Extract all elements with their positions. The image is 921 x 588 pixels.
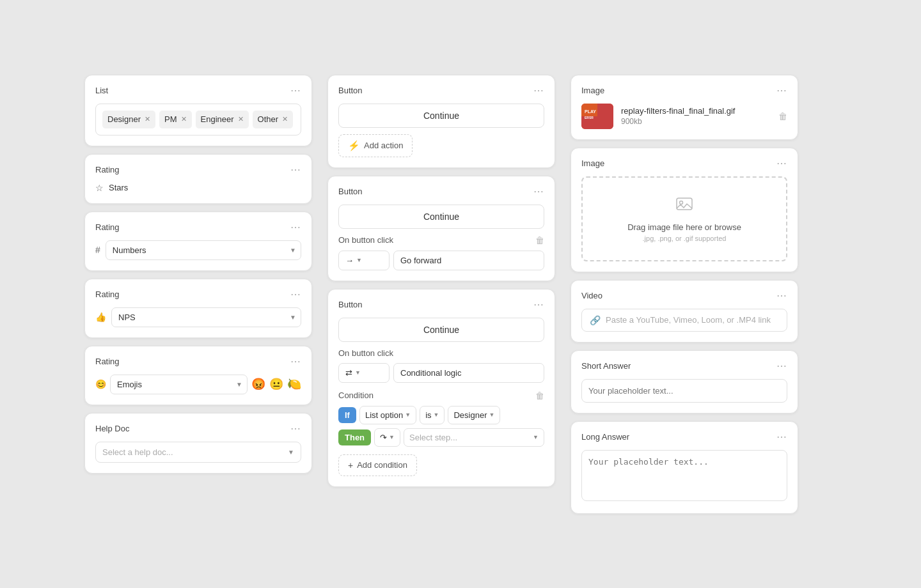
action-forward-select[interactable]: → ▼ (338, 251, 390, 270)
add-condition-button[interactable]: + Add condition (338, 454, 417, 476)
tag-engineer: Engineer ✕ (196, 111, 249, 128)
rating-nps-more-icon[interactable]: ⋯ (290, 290, 301, 300)
button-simple-more-icon[interactable]: ⋯ (533, 86, 544, 96)
rating-numbers-more-icon[interactable]: ⋯ (290, 222, 301, 233)
tag-designer-remove[interactable]: ✕ (145, 115, 150, 123)
image-file-title: Image (581, 86, 604, 95)
video-more-icon[interactable]: ⋯ (776, 291, 787, 301)
emoji-icon: 😊 (95, 379, 106, 389)
tag-designer-label: Designer (107, 114, 141, 124)
button-forward-more-icon[interactable]: ⋯ (533, 187, 544, 197)
video-card: Video ⋯ 🔗 Paste a YouTube, Vimeo, Loom, … (571, 280, 798, 343)
conditional-icon: ⇄ (345, 368, 352, 378)
add-action-label: Add action (364, 141, 403, 150)
short-answer-card: Short Answer ⋯ (571, 350, 798, 414)
tag-engineer-label: Engineer (201, 114, 234, 124)
then-action-icon: ↷ (380, 433, 387, 442)
designer-select[interactable]: Designer ▼ (448, 406, 500, 424)
button-conditional-card: Button ⋯ Continue On button click ⇄ ▼ Co… (327, 289, 555, 487)
select-step-select[interactable]: Select step... ▼ (404, 428, 544, 447)
image-thumbnail: PLAY ERSR (581, 104, 613, 129)
rating-emojis-card: Rating ⋯ 😊 Emojis ▼ 😡 😐 🍋 (84, 346, 312, 405)
lightning-icon: ⚡ (348, 140, 360, 151)
button-conditional-title: Button (338, 300, 363, 309)
svg-text:PLAY: PLAY (585, 109, 596, 114)
video-placeholder: Paste a YouTube, Vimeo, Loom, or .MP4 li… (606, 315, 771, 325)
button-simple-continue[interactable]: Continue (338, 104, 544, 128)
condition-header: Condition 🗑 (338, 391, 544, 401)
tag-other: Other ✕ (253, 111, 294, 128)
image-upload-more-icon[interactable]: ⋯ (776, 159, 787, 169)
list-option-select[interactable]: List option ▼ (359, 406, 416, 424)
tag-other-remove[interactable]: ✕ (282, 115, 288, 123)
image-upload-header: Image ⋯ (581, 159, 787, 169)
tag-pm-remove[interactable]: ✕ (181, 115, 187, 123)
thumbsup-icon: 👍 (95, 312, 106, 322)
image-upload-area[interactable]: Drag image file here or browse .jpg, .pn… (581, 176, 787, 261)
help-doc-header: Help Doc ⋯ (95, 424, 301, 434)
tag-designer: Designer ✕ (102, 111, 155, 128)
rating-nps-select[interactable]: NPS (111, 307, 301, 327)
long-answer-more-icon[interactable]: ⋯ (776, 432, 787, 442)
designer-arrow: ▼ (489, 412, 494, 418)
long-answer-header: Long Answer ⋯ (581, 432, 787, 442)
condition-delete-icon[interactable]: 🗑 (535, 391, 544, 401)
rating-stars-row: ☆ Stars (95, 183, 301, 193)
action-conditional-select[interactable]: ⇄ ▼ (338, 363, 390, 383)
emoji-banana[interactable]: 🍋 (287, 377, 301, 391)
is-arrow: ▼ (434, 412, 439, 418)
list-tag-area: Designer ✕ PM ✕ Engineer ✕ Other ✕ (95, 104, 301, 135)
emoji-angry[interactable]: 😡 (251, 377, 265, 391)
video-input-row[interactable]: 🔗 Paste a YouTube, Vimeo, Loom, or .MP4 … (581, 309, 787, 332)
then-action-select[interactable]: ↷ ▼ (374, 428, 400, 447)
rating-emojis-select[interactable]: Emojis (110, 375, 248, 394)
button-conditional-header: Button ⋯ (338, 300, 544, 310)
rating-stars-more-icon[interactable]: ⋯ (290, 165, 301, 175)
rating-nps-select-wrapper: NPS ▼ (111, 307, 301, 327)
list-option-label: List option (365, 410, 403, 420)
button-conditional-continue[interactable]: Continue (338, 318, 544, 342)
rating-nps-row: 👍 NPS ▼ (95, 307, 301, 327)
on-click-conditional-header: On button click (338, 348, 544, 358)
help-doc-more-icon[interactable]: ⋯ (290, 424, 301, 434)
action-conditional-value: Conditional logic (393, 363, 544, 383)
emoji-neutral[interactable]: 😐 (269, 377, 283, 391)
on-click-forward-delete-icon[interactable]: 🗑 (535, 235, 544, 245)
on-click-forward-label: On button click (338, 235, 393, 245)
is-select[interactable]: is ▼ (420, 406, 445, 424)
button-conditional-more-icon[interactable]: ⋯ (533, 300, 544, 310)
button-forward-continue[interactable]: Continue (338, 205, 544, 229)
help-doc-card: Help Doc ⋯ Select a help doc... ▼ (84, 413, 312, 474)
help-doc-select-row[interactable]: Select a help doc... ▼ (95, 442, 301, 463)
rating-emojis-more-icon[interactable]: ⋯ (290, 357, 301, 367)
rating-emojis-row: 😊 Emojis ▼ 😡 😐 🍋 (95, 375, 301, 394)
rating-numbers-select[interactable]: Numbers (106, 240, 301, 260)
short-answer-input[interactable] (581, 379, 787, 403)
short-answer-title: Short Answer (581, 361, 631, 371)
image-delete-icon[interactable]: 🗑 (778, 111, 787, 121)
upload-icon (593, 196, 776, 217)
forward-arrow-dropdown: ▼ (356, 257, 362, 263)
rating-stars-header: Rating ⋯ (95, 165, 301, 175)
short-answer-more-icon[interactable]: ⋯ (776, 361, 787, 371)
button-forward-card: Button ⋯ Continue On button click 🗑 → ▼ … (327, 176, 555, 281)
add-action-button[interactable]: ⚡ Add action (338, 134, 413, 157)
list-card-title: List (95, 86, 108, 95)
svg-rect-4 (677, 198, 692, 210)
then-action-arrow: ▼ (389, 434, 395, 440)
rating-nps-card: Rating ⋯ 👍 NPS ▼ (84, 279, 312, 338)
tag-engineer-remove[interactable]: ✕ (238, 115, 244, 123)
video-header: Video ⋯ (581, 291, 787, 301)
list-more-icon[interactable]: ⋯ (290, 86, 301, 96)
button-forward-title: Button (338, 187, 363, 196)
upload-subtext: .jpg, .png, or .gif supported (593, 235, 776, 242)
image-file-more-icon[interactable]: ⋯ (776, 86, 787, 96)
list-option-arrow: ▼ (405, 412, 411, 418)
action-forward-row: → ▼ Go forward (338, 251, 544, 270)
select-step-arrow: ▼ (533, 434, 539, 440)
select-step-placeholder: Select step... (409, 433, 457, 442)
long-answer-input[interactable] (581, 450, 787, 501)
list-card: List ⋯ Designer ✕ PM ✕ Engineer ✕ (84, 75, 312, 146)
forward-arrow-icon: → (345, 256, 354, 265)
condition-label: Condition (338, 391, 374, 400)
